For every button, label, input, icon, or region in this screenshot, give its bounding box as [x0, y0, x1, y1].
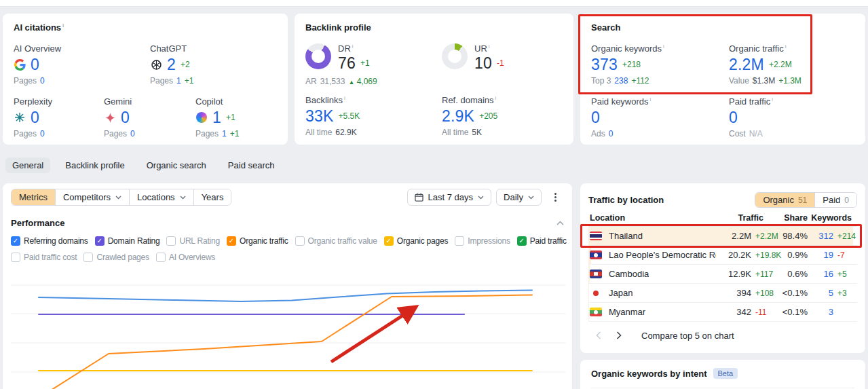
checkbox-icon — [11, 253, 20, 262]
stat-delta: +5.5K — [339, 111, 360, 121]
stat-sub-value[interactable]: 238 — [614, 76, 628, 86]
metric-checkbox[interactable]: ✓ Referring domains — [11, 236, 88, 246]
traffic-value: 394 — [716, 288, 751, 298]
keywords-value: 19 — [808, 250, 833, 260]
share-value: <0.1% — [781, 288, 808, 298]
keywords-delta: +5 — [833, 270, 857, 279]
locations-filter-button[interactable]: Locations — [130, 189, 194, 205]
toggle-organic[interactable]: Organic51 — [755, 193, 814, 207]
keywords-value: 16 — [808, 269, 833, 279]
location-name: Myanmar — [609, 307, 645, 317]
checkbox-icon: ✓ — [384, 236, 394, 246]
stat-label: ChatGPT — [150, 43, 187, 54]
stat-delta: +2.2M — [769, 60, 792, 69]
copilot-icon — [195, 111, 208, 124]
stat-sub-value: 62.9K — [335, 128, 356, 137]
metric-checkbox[interactable]: Impressions — [455, 236, 510, 246]
metric-checkbox[interactable]: ✓ Paid traffic — [517, 236, 567, 246]
kebab-icon — [554, 196, 556, 198]
stat-value: 0 — [31, 109, 39, 127]
metric-checkbox[interactable]: ✓ Domain Rating — [95, 236, 160, 246]
tab-general[interactable]: General — [5, 158, 50, 173]
share-value: 0.6% — [781, 269, 808, 279]
checkbox-label: Organic traffic value — [308, 236, 377, 246]
metric-checkbox[interactable]: Paid traffic cost — [11, 253, 77, 262]
performance-line-chart — [3, 272, 572, 389]
chevron-down-icon — [180, 196, 186, 200]
location-table-row[interactable]: Lao People's Democratic Reput 20.2K +19.… — [588, 246, 857, 265]
checkbox-label: AI Overviews — [169, 253, 215, 262]
tab-organic-search[interactable]: Organic search — [140, 158, 213, 173]
compare-top5-link[interactable]: Compare top 5 on chart — [641, 331, 734, 341]
country-flag-icon — [590, 308, 602, 316]
stat-value: 0 — [31, 56, 39, 74]
stat-value: 2 — [167, 56, 176, 74]
top-window-bar — [0, 0, 868, 7]
stat-sub-label: Pages — [104, 129, 127, 138]
stat-sub-value[interactable]: 0 — [609, 129, 614, 138]
beta-badge: Beta — [713, 368, 738, 379]
stat-sub-value[interactable]: 1 — [176, 76, 181, 86]
metric-checkbox[interactable]: AI Overviews — [156, 253, 215, 262]
annotation-arrow — [331, 308, 414, 362]
years-filter-button[interactable]: Years — [194, 189, 231, 205]
metric-checkbox[interactable]: Organic traffic value — [295, 236, 377, 246]
stat-sub-value[interactable]: 0 — [130, 129, 135, 138]
search-card: Search Organic keywordsi 373 +218 Top 3 … — [580, 14, 865, 145]
stat-sub-value: 5K — [472, 128, 482, 137]
gemini-icon — [104, 111, 116, 124]
more-options-button[interactable] — [546, 189, 564, 206]
checkbox-label: Referring domains — [24, 236, 88, 246]
metrics-filter-button[interactable]: Metrics — [12, 189, 56, 205]
tab-backlink-profile[interactable]: Backlink profile — [58, 158, 131, 173]
metric-checkbox[interactable]: Crawled pages — [83, 253, 149, 262]
stat-block: Ref. domainsi 2.9K +205 All time 5K — [442, 95, 497, 137]
competitors-filter-button[interactable]: Competitors — [56, 189, 130, 205]
ur-delta: -1 — [497, 58, 504, 68]
share-value: 0.9% — [781, 250, 808, 260]
location-table-row[interactable]: Thailand 2.2M +2.2M 98.4% 312 +214 — [588, 227, 857, 246]
checkbox-label: Crawled pages — [96, 253, 149, 262]
checkbox-icon — [166, 236, 176, 246]
date-range-button[interactable]: Last 7 days — [407, 189, 492, 206]
keywords-value: 312 — [808, 231, 833, 241]
next-page-button[interactable] — [609, 329, 629, 342]
metric-checkbox[interactable]: URL Rating — [166, 236, 220, 246]
chevron-left-icon — [596, 331, 601, 339]
prev-page-button[interactable] — [588, 329, 609, 342]
metric-checkbox[interactable]: ✓ Organic pages — [384, 236, 448, 246]
dr-delta: +1 — [360, 58, 370, 68]
checkbox-label: Paid traffic — [530, 236, 567, 246]
info-superscript: i — [772, 96, 773, 103]
info-superscript: i — [663, 43, 664, 50]
stat-label: Organic keywords — [591, 43, 662, 54]
tab-paid-search[interactable]: Paid search — [221, 158, 282, 173]
location-table-row[interactable]: Myanmar 342 -11 <0.1% 3 — [588, 303, 857, 322]
stat-block: Backlinksi 33K +5.5K All time 62.9K — [305, 95, 442, 137]
performance-title: Performance — [11, 218, 64, 228]
keywords-delta: +3 — [833, 289, 857, 298]
stat-block: Copilot 1 +1 Pages 1 +1 — [195, 96, 239, 138]
stat-sub-value[interactable]: 1 — [222, 129, 227, 138]
granularity-button[interactable]: Daily — [496, 189, 542, 206]
stat-block: Gemini 0 Pages 0 — [104, 96, 195, 138]
backlink-profile-card: Backlink profile DRi 76+1 AR31,533▲ 4,06… — [295, 14, 573, 145]
stat-value: 33K — [305, 107, 334, 126]
intent-title: Organic keywords by intent — [591, 369, 707, 379]
info-superscript: i — [650, 96, 652, 103]
location-table-row[interactable]: Cambodia 12.9K +117 0.6% 16 +5 — [588, 265, 857, 284]
metric-checkbox[interactable]: ✓ Organic traffic — [227, 236, 288, 246]
country-flag-icon — [590, 231, 602, 240]
location-table-row[interactable]: Japan 394 +108 <0.1% 5 +3 — [588, 284, 857, 303]
stat-sub-value[interactable]: 0 — [40, 76, 45, 86]
stat-label: AI Overview — [14, 43, 61, 54]
info-superscript: i — [352, 43, 354, 50]
stat-sub-label: Pages — [150, 76, 173, 86]
toggle-paid[interactable]: Paid0 — [814, 193, 856, 207]
keywords-delta: +214 — [833, 231, 857, 241]
traffic-delta: +108 — [751, 289, 781, 298]
stat-sub-value[interactable]: 0 — [40, 129, 45, 138]
country-flag-icon — [590, 289, 602, 297]
collapse-section-icon[interactable] — [556, 221, 564, 225]
stat-value: 2.2M — [729, 56, 764, 74]
